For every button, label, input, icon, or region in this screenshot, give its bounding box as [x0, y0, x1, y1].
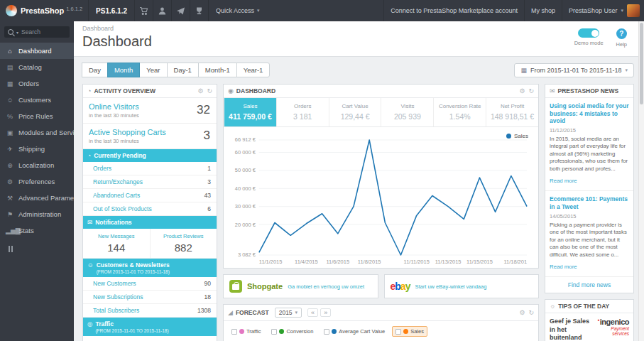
prestashop-logo-link[interactable]: PrestaShop 1.6.1.2 [0, 0, 88, 21]
row-link[interactable]: Abandoned Carts [93, 192, 140, 199]
gear-icon[interactable]: ⚙ [197, 87, 203, 94]
gear-icon[interactable]: ⚙ [519, 309, 525, 316]
refresh-icon[interactable]: ↻ [528, 87, 534, 94]
sidebar-menu-item[interactable]: ▣ Modules and Services [0, 124, 74, 141]
page-scrollbar[interactable] [638, 21, 644, 341]
messages-notification-icon[interactable] [172, 0, 190, 21]
range-button[interactable]: Month [107, 63, 140, 77]
sales-chart[interactable]: 66 912 €60 000 €50 000 €40 000 €30 000 €… [227, 130, 535, 266]
kpi-box[interactable]: Visits 205 939 [381, 98, 433, 126]
checkbox-icon[interactable] [271, 329, 277, 335]
range-button[interactable]: Day [82, 63, 108, 77]
news-article-title[interactable]: Ecommerce 101: Payments in a Tweet [550, 195, 629, 210]
sidebar-menu-item[interactable]: ☺ Customers [0, 92, 74, 108]
forecast-legend-item[interactable]: Sales [392, 326, 427, 337]
svg-text:11/1/2015: 11/1/2015 [259, 259, 283, 265]
sidebar-search[interactable]: ▾ [4, 26, 70, 38]
refresh-icon[interactable]: ↻ [528, 309, 534, 316]
notification-cell[interactable]: Product Reviews 882 [150, 229, 217, 258]
activity-stat[interactable]: Active Shopping Carts in the last 30 min… [83, 124, 217, 149]
shopgate-link[interactable]: Ga mobiel en verhoog uw omzet [288, 283, 364, 290]
sidebar-menu-item[interactable]: % Price Rules [0, 108, 74, 124]
my-shop-link[interactable]: My shop [524, 0, 562, 21]
menu-item-icon: ▣ [6, 129, 14, 136]
forecast-legend-item[interactable]: Conversion [268, 326, 317, 337]
forecast-legend-item[interactable]: Average Cart Value [320, 326, 388, 337]
section-date-range: (FROM 2015-11-01 TO 2015-11-18) [97, 269, 170, 274]
breadcrumb[interactable]: Dashboard [82, 25, 152, 32]
next-period-button[interactable]: » [320, 308, 331, 317]
shop-name-link[interactable]: PS1.6.1.2 [88, 0, 135, 21]
search-input[interactable] [21, 28, 66, 36]
demo-mode-label: Demo mode [574, 40, 604, 46]
svg-text:30 000 €: 30 000 € [235, 203, 256, 210]
menu-item-label: Stats [18, 227, 34, 234]
notification-cell[interactable]: New Messages 144 [83, 229, 150, 258]
news-article-title[interactable]: Using social media for your business: 4 … [550, 102, 629, 125]
quick-access-menu[interactable]: Quick Access▾ [209, 0, 267, 21]
chart-legend[interactable]: Sales [506, 133, 528, 139]
kpi-value: 3 181 [278, 112, 327, 121]
date-range-picker[interactable]: ▦ From 2015-11-01 To 2015-11-18 ▾ [514, 63, 634, 77]
row-link[interactable]: Orders [93, 165, 111, 172]
gear-icon[interactable]: ⚙ [519, 87, 525, 94]
sidebar-menu-item[interactable]: ⚙ Preferences [0, 173, 74, 190]
sidebar-menu-item[interactable]: ⚒ Advanced Parameters [0, 190, 74, 206]
range-button[interactable]: Year-1 [236, 63, 271, 77]
row-link[interactable]: Total Subscribers [93, 307, 139, 314]
kpi-label: Orders [278, 103, 327, 109]
read-more-link[interactable]: Read more [550, 178, 577, 184]
checkbox-icon[interactable] [231, 329, 237, 335]
ebay-link[interactable]: Start uw eBay-winkel vandaag [415, 283, 486, 290]
sidebar-menu-item[interactable]: ▤ Catalog [0, 59, 74, 75]
demo-mode-toggle[interactable]: Demo mode [574, 28, 604, 46]
kpi-box[interactable]: Conversion Rate 1.54% [433, 98, 486, 126]
shopgate-module-ad: Shopgate Ga mobiel en verhoog uw omzet [223, 274, 378, 298]
kpi-box[interactable]: Net Profit 148 918,51 € [486, 98, 538, 126]
customers-notification-icon[interactable] [153, 0, 172, 21]
series-color-dot [279, 329, 284, 334]
row-value: 90 [204, 280, 211, 287]
sidebar-menu-item[interactable]: ⊕ Localization [0, 157, 74, 173]
kpi-box[interactable]: Cart Value 129,44 € [329, 98, 381, 126]
checkbox-icon[interactable] [395, 329, 401, 335]
scrollbar-thumb[interactable] [640, 23, 643, 104]
forecast-legend-item[interactable]: Traffic [228, 326, 264, 337]
sidebar-menu-item[interactable]: ⚑ Administration [0, 206, 74, 222]
activity-stat[interactable]: Online Visitors in the last 30 minutes 3… [83, 98, 217, 124]
row-link[interactable]: New Subscriptions [93, 293, 143, 301]
sidebar-menu-item[interactable]: ▦ Orders [0, 75, 74, 92]
sidebar-menu-item[interactable]: ⌂ Dashboard [0, 43, 74, 59]
traffic-section-header: ◎ Traffic (FROM 2015-11-01 TO 2015-11-18… [83, 318, 217, 336]
menu-item-label: Orders [18, 80, 39, 87]
find-more-news-link[interactable]: Find more news [545, 277, 633, 293]
pending-row: Out of Stock Products 6 [83, 202, 217, 216]
sidebar-menu-item[interactable]: ✈ Shipping [0, 141, 74, 157]
forecast-panel: ◢ FORECAST 2015 ▾ « » ⚙ ↻ [223, 304, 539, 341]
row-link[interactable]: New Customers [93, 280, 136, 287]
kpi-label: Visits [383, 103, 432, 109]
read-more-link[interactable]: Read more [550, 264, 577, 270]
year-select[interactable]: 2015 ▾ [275, 308, 302, 318]
user-menu[interactable]: PrestaShop User ▾ [562, 0, 644, 21]
svg-text:11/6/2015: 11/6/2015 [326, 259, 349, 265]
sidebar-collapse-button[interactable] [9, 246, 74, 252]
previous-period-button[interactable]: « [307, 308, 318, 317]
checkbox-icon[interactable] [324, 329, 329, 335]
range-button[interactable]: Year [139, 63, 167, 77]
kpi-box[interactable]: Orders 3 181 [276, 98, 329, 126]
row-link[interactable]: Out of Stock Products [93, 205, 152, 212]
sidebar-menu-item[interactable]: ▂▅▇ Stats [0, 222, 74, 239]
pending-section-header: ◔ Currently Pending [83, 149, 217, 162]
avatar [627, 4, 640, 17]
badges-icon[interactable] [190, 0, 209, 21]
range-button[interactable]: Day-1 [167, 63, 199, 77]
marketplace-link[interactable]: Connect to PrestaShop Marketplace accoun… [383, 0, 524, 21]
refresh-icon[interactable]: ↻ [207, 87, 212, 94]
google-analytics-link[interactable]: Link to your Google Analytics account [83, 336, 217, 341]
range-button[interactable]: Month-1 [198, 63, 237, 77]
orders-notification-icon[interactable] [135, 0, 153, 21]
kpi-box[interactable]: Sales 411 759,00 € [224, 98, 276, 126]
row-link[interactable]: Return/Exchanges [93, 178, 143, 185]
help-button[interactable]: ? Help [616, 28, 627, 48]
